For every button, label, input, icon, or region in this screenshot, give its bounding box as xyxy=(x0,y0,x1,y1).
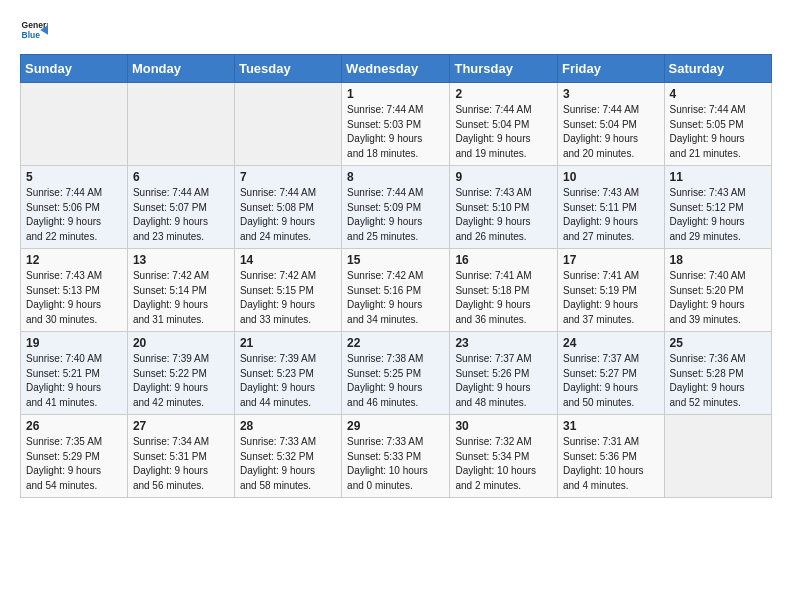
calendar-cell: 4Sunrise: 7:44 AM Sunset: 5:05 PM Daylig… xyxy=(664,83,771,166)
calendar-cell: 27Sunrise: 7:34 AM Sunset: 5:31 PM Dayli… xyxy=(127,415,234,498)
day-number: 10 xyxy=(563,170,659,184)
day-of-week-header: Tuesday xyxy=(234,55,341,83)
calendar-week-row: 19Sunrise: 7:40 AM Sunset: 5:21 PM Dayli… xyxy=(21,332,772,415)
calendar-cell: 22Sunrise: 7:38 AM Sunset: 5:25 PM Dayli… xyxy=(342,332,450,415)
calendar-cell: 26Sunrise: 7:35 AM Sunset: 5:29 PM Dayli… xyxy=(21,415,128,498)
day-number: 5 xyxy=(26,170,122,184)
day-info: Sunrise: 7:44 AM Sunset: 5:04 PM Dayligh… xyxy=(455,103,552,161)
calendar-week-row: 12Sunrise: 7:43 AM Sunset: 5:13 PM Dayli… xyxy=(21,249,772,332)
day-of-week-header: Sunday xyxy=(21,55,128,83)
day-info: Sunrise: 7:40 AM Sunset: 5:21 PM Dayligh… xyxy=(26,352,122,410)
calendar-cell: 20Sunrise: 7:39 AM Sunset: 5:22 PM Dayli… xyxy=(127,332,234,415)
day-number: 23 xyxy=(455,336,552,350)
day-info: Sunrise: 7:44 AM Sunset: 5:05 PM Dayligh… xyxy=(670,103,766,161)
day-info: Sunrise: 7:44 AM Sunset: 5:07 PM Dayligh… xyxy=(133,186,229,244)
day-of-week-header: Monday xyxy=(127,55,234,83)
logo-icon: General Blue xyxy=(20,16,48,44)
day-number: 6 xyxy=(133,170,229,184)
header: General Blue xyxy=(20,16,772,44)
calendar-cell: 17Sunrise: 7:41 AM Sunset: 5:19 PM Dayli… xyxy=(558,249,665,332)
day-info: Sunrise: 7:44 AM Sunset: 5:06 PM Dayligh… xyxy=(26,186,122,244)
day-number: 20 xyxy=(133,336,229,350)
day-number: 2 xyxy=(455,87,552,101)
calendar-cell: 15Sunrise: 7:42 AM Sunset: 5:16 PM Dayli… xyxy=(342,249,450,332)
day-number: 17 xyxy=(563,253,659,267)
day-info: Sunrise: 7:39 AM Sunset: 5:22 PM Dayligh… xyxy=(133,352,229,410)
day-info: Sunrise: 7:42 AM Sunset: 5:14 PM Dayligh… xyxy=(133,269,229,327)
svg-text:Blue: Blue xyxy=(22,30,41,40)
calendar-cell: 19Sunrise: 7:40 AM Sunset: 5:21 PM Dayli… xyxy=(21,332,128,415)
day-info: Sunrise: 7:41 AM Sunset: 5:19 PM Dayligh… xyxy=(563,269,659,327)
day-info: Sunrise: 7:41 AM Sunset: 5:18 PM Dayligh… xyxy=(455,269,552,327)
calendar-cell: 21Sunrise: 7:39 AM Sunset: 5:23 PM Dayli… xyxy=(234,332,341,415)
calendar-cell: 1Sunrise: 7:44 AM Sunset: 5:03 PM Daylig… xyxy=(342,83,450,166)
calendar-cell xyxy=(127,83,234,166)
day-number: 1 xyxy=(347,87,444,101)
day-number: 12 xyxy=(26,253,122,267)
day-info: Sunrise: 7:37 AM Sunset: 5:27 PM Dayligh… xyxy=(563,352,659,410)
day-info: Sunrise: 7:35 AM Sunset: 5:29 PM Dayligh… xyxy=(26,435,122,493)
day-number: 28 xyxy=(240,419,336,433)
day-of-week-header: Wednesday xyxy=(342,55,450,83)
day-info: Sunrise: 7:39 AM Sunset: 5:23 PM Dayligh… xyxy=(240,352,336,410)
calendar-table: SundayMondayTuesdayWednesdayThursdayFrid… xyxy=(20,54,772,498)
calendar-week-row: 5Sunrise: 7:44 AM Sunset: 5:06 PM Daylig… xyxy=(21,166,772,249)
day-number: 11 xyxy=(670,170,766,184)
calendar-cell: 3Sunrise: 7:44 AM Sunset: 5:04 PM Daylig… xyxy=(558,83,665,166)
day-info: Sunrise: 7:43 AM Sunset: 5:11 PM Dayligh… xyxy=(563,186,659,244)
day-info: Sunrise: 7:33 AM Sunset: 5:32 PM Dayligh… xyxy=(240,435,336,493)
day-info: Sunrise: 7:43 AM Sunset: 5:12 PM Dayligh… xyxy=(670,186,766,244)
calendar-cell: 14Sunrise: 7:42 AM Sunset: 5:15 PM Dayli… xyxy=(234,249,341,332)
calendar-cell: 11Sunrise: 7:43 AM Sunset: 5:12 PM Dayli… xyxy=(664,166,771,249)
day-number: 7 xyxy=(240,170,336,184)
day-number: 15 xyxy=(347,253,444,267)
calendar-cell: 12Sunrise: 7:43 AM Sunset: 5:13 PM Dayli… xyxy=(21,249,128,332)
day-info: Sunrise: 7:31 AM Sunset: 5:36 PM Dayligh… xyxy=(563,435,659,493)
day-info: Sunrise: 7:44 AM Sunset: 5:09 PM Dayligh… xyxy=(347,186,444,244)
day-number: 14 xyxy=(240,253,336,267)
day-info: Sunrise: 7:36 AM Sunset: 5:28 PM Dayligh… xyxy=(670,352,766,410)
day-number: 9 xyxy=(455,170,552,184)
day-number: 26 xyxy=(26,419,122,433)
day-info: Sunrise: 7:42 AM Sunset: 5:15 PM Dayligh… xyxy=(240,269,336,327)
day-info: Sunrise: 7:44 AM Sunset: 5:04 PM Dayligh… xyxy=(563,103,659,161)
day-info: Sunrise: 7:34 AM Sunset: 5:31 PM Dayligh… xyxy=(133,435,229,493)
calendar-cell: 10Sunrise: 7:43 AM Sunset: 5:11 PM Dayli… xyxy=(558,166,665,249)
day-number: 19 xyxy=(26,336,122,350)
day-number: 27 xyxy=(133,419,229,433)
day-number: 18 xyxy=(670,253,766,267)
calendar-cell: 29Sunrise: 7:33 AM Sunset: 5:33 PM Dayli… xyxy=(342,415,450,498)
day-number: 4 xyxy=(670,87,766,101)
calendar-cell: 30Sunrise: 7:32 AM Sunset: 5:34 PM Dayli… xyxy=(450,415,558,498)
day-info: Sunrise: 7:42 AM Sunset: 5:16 PM Dayligh… xyxy=(347,269,444,327)
calendar-week-row: 26Sunrise: 7:35 AM Sunset: 5:29 PM Dayli… xyxy=(21,415,772,498)
day-number: 31 xyxy=(563,419,659,433)
calendar-cell: 5Sunrise: 7:44 AM Sunset: 5:06 PM Daylig… xyxy=(21,166,128,249)
calendar-cell xyxy=(21,83,128,166)
day-info: Sunrise: 7:44 AM Sunset: 5:08 PM Dayligh… xyxy=(240,186,336,244)
day-number: 25 xyxy=(670,336,766,350)
calendar-cell: 23Sunrise: 7:37 AM Sunset: 5:26 PM Dayli… xyxy=(450,332,558,415)
day-info: Sunrise: 7:40 AM Sunset: 5:20 PM Dayligh… xyxy=(670,269,766,327)
logo: General Blue xyxy=(20,16,50,44)
day-number: 22 xyxy=(347,336,444,350)
day-number: 8 xyxy=(347,170,444,184)
calendar-cell: 13Sunrise: 7:42 AM Sunset: 5:14 PM Dayli… xyxy=(127,249,234,332)
calendar-cell: 25Sunrise: 7:36 AM Sunset: 5:28 PM Dayli… xyxy=(664,332,771,415)
day-info: Sunrise: 7:44 AM Sunset: 5:03 PM Dayligh… xyxy=(347,103,444,161)
day-number: 30 xyxy=(455,419,552,433)
calendar-cell: 18Sunrise: 7:40 AM Sunset: 5:20 PM Dayli… xyxy=(664,249,771,332)
calendar-cell: 8Sunrise: 7:44 AM Sunset: 5:09 PM Daylig… xyxy=(342,166,450,249)
page: General Blue SundayMondayTuesdayWednesda… xyxy=(0,0,792,612)
day-number: 16 xyxy=(455,253,552,267)
calendar-cell: 6Sunrise: 7:44 AM Sunset: 5:07 PM Daylig… xyxy=(127,166,234,249)
calendar-cell xyxy=(234,83,341,166)
calendar-cell: 9Sunrise: 7:43 AM Sunset: 5:10 PM Daylig… xyxy=(450,166,558,249)
calendar-cell: 28Sunrise: 7:33 AM Sunset: 5:32 PM Dayli… xyxy=(234,415,341,498)
day-number: 13 xyxy=(133,253,229,267)
day-of-week-header: Saturday xyxy=(664,55,771,83)
day-number: 24 xyxy=(563,336,659,350)
day-of-week-header: Friday xyxy=(558,55,665,83)
calendar-cell: 2Sunrise: 7:44 AM Sunset: 5:04 PM Daylig… xyxy=(450,83,558,166)
calendar-week-row: 1Sunrise: 7:44 AM Sunset: 5:03 PM Daylig… xyxy=(21,83,772,166)
